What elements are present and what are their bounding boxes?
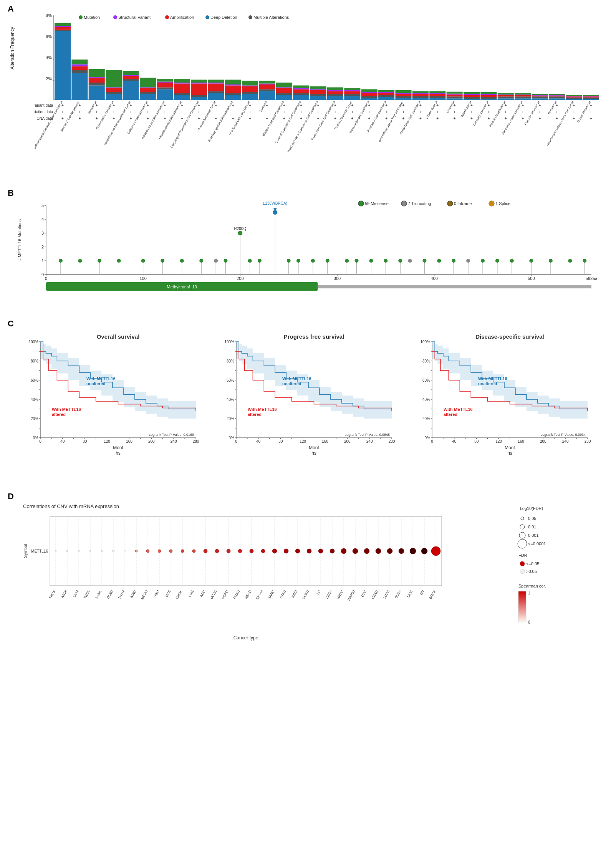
svg-text:Logrank Test P-Value: 0.0934: Logrank Test P-Value: 0.0934 <box>540 433 586 437</box>
svg-point-666 <box>284 549 288 553</box>
svg-text:With METTL16: With METTL16 <box>444 407 473 412</box>
svg-rect-47 <box>106 94 122 100</box>
svg-text:CNA data: CNA data <box>36 116 53 121</box>
svg-point-415 <box>358 201 364 206</box>
svg-rect-22 <box>55 27 71 30</box>
svg-text:With METTL16: With METTL16 <box>282 376 311 381</box>
svg-point-386 <box>369 259 373 263</box>
svg-text:+: + <box>78 116 81 121</box>
svg-text:Methyltransf_10: Methyltransf_10 <box>167 285 197 289</box>
svg-rect-58 <box>123 76 139 79</box>
svg-text:8%: 8% <box>46 13 52 18</box>
svg-text:0: 0 <box>45 276 47 281</box>
svg-point-419 <box>447 201 453 206</box>
svg-rect-67 <box>140 88 156 92</box>
svg-rect-105 <box>208 80 224 83</box>
svg-point-664 <box>261 549 265 553</box>
svg-point-646 <box>55 550 56 552</box>
svg-rect-74 <box>157 89 173 100</box>
svg-point-665 <box>272 549 277 553</box>
svg-rect-128 <box>259 91 275 100</box>
svg-rect-84 <box>174 93 190 95</box>
svg-rect-68 <box>140 88 156 89</box>
svg-text:+: + <box>487 110 490 114</box>
svg-text:+: + <box>113 110 115 114</box>
svg-point-668 <box>307 549 311 553</box>
svg-text:59 Missense: 59 Missense <box>365 201 389 206</box>
svg-point-347 <box>98 259 101 263</box>
svg-point-14 <box>165 15 169 19</box>
svg-point-16 <box>205 15 209 19</box>
svg-text:+: + <box>590 116 592 121</box>
svg-text:+: + <box>487 103 490 108</box>
svg-text:+: + <box>402 116 405 121</box>
svg-text:+: + <box>130 116 132 121</box>
survival-plot-0: Overall survival0%20%40%60%80%100%040801… <box>19 330 204 476</box>
svg-rect-302 <box>583 96 599 96</box>
svg-rect-254 <box>498 98 514 100</box>
svg-point-685 <box>519 532 525 538</box>
svg-text:20%: 20% <box>31 417 38 421</box>
svg-text:KIRC: KIRC <box>129 589 137 599</box>
svg-point-412 <box>568 259 572 263</box>
svg-text:200: 200 <box>540 439 546 444</box>
svg-rect-57 <box>123 79 139 81</box>
svg-text:+: + <box>573 110 575 114</box>
svg-text:80%: 80% <box>227 359 234 363</box>
svg-text:KICH: KICH <box>60 589 68 599</box>
svg-rect-273 <box>532 96 548 98</box>
svg-rect-114 <box>225 80 241 85</box>
svg-text:+: + <box>181 116 183 121</box>
svg-text:+: + <box>198 116 200 121</box>
svg-text:UCEC: UCEC <box>209 589 218 600</box>
svg-marker-371 <box>273 208 277 211</box>
svg-text:unaltered: unaltered <box>86 381 106 386</box>
svg-text:+: + <box>249 110 251 114</box>
svg-rect-177 <box>344 88 360 90</box>
svg-text:Progress free survival: Progress free survival <box>284 333 344 340</box>
svg-text:120: 120 <box>300 439 306 444</box>
svg-text:R200Q: R200Q <box>234 227 246 231</box>
svg-point-662 <box>238 549 242 553</box>
svg-rect-202 <box>396 94 412 96</box>
svg-rect-138 <box>276 93 292 95</box>
svg-text:+: + <box>505 116 507 121</box>
svg-text:+: + <box>436 110 439 114</box>
svg-text:+: + <box>368 116 371 121</box>
svg-point-656 <box>169 550 172 553</box>
svg-point-658 <box>192 550 195 553</box>
svg-text:+: + <box>181 103 183 108</box>
svg-text:200: 200 <box>148 439 155 444</box>
svg-text:+: + <box>419 110 422 114</box>
svg-text:40%: 40% <box>227 397 234 402</box>
svg-text:READ: READ <box>244 589 252 600</box>
svg-text:0: 0 <box>235 439 237 444</box>
svg-text:+: + <box>96 110 98 114</box>
svg-rect-83 <box>174 95 190 100</box>
svg-text:UCS: UCS <box>165 589 172 598</box>
svg-text:With METTL16: With METTL16 <box>478 376 507 381</box>
svg-rect-300 <box>583 98 599 99</box>
svg-rect-211 <box>412 94 429 96</box>
svg-point-376 <box>296 259 300 263</box>
svg-rect-282 <box>549 96 565 98</box>
svg-text:120: 120 <box>495 439 502 444</box>
svg-rect-281 <box>549 98 565 100</box>
svg-rect-299 <box>583 99 599 100</box>
svg-point-400 <box>466 259 470 263</box>
svg-rect-149 <box>293 88 309 89</box>
svg-text:SARC: SARC <box>267 589 275 600</box>
svg-point-382 <box>345 259 349 263</box>
svg-text:+: + <box>454 110 456 114</box>
svg-rect-219 <box>429 96 445 98</box>
svg-text:60%: 60% <box>422 378 430 382</box>
svg-point-390 <box>398 259 402 263</box>
svg-text:+: + <box>556 110 558 114</box>
svg-point-396 <box>437 259 441 263</box>
svg-text:LAML: LAML <box>94 589 102 599</box>
svg-point-687 <box>518 539 527 548</box>
svg-text:+: + <box>419 103 422 108</box>
svg-text:+: + <box>454 116 456 121</box>
svg-rect-49 <box>106 88 122 92</box>
svg-rect-102 <box>208 91 224 93</box>
